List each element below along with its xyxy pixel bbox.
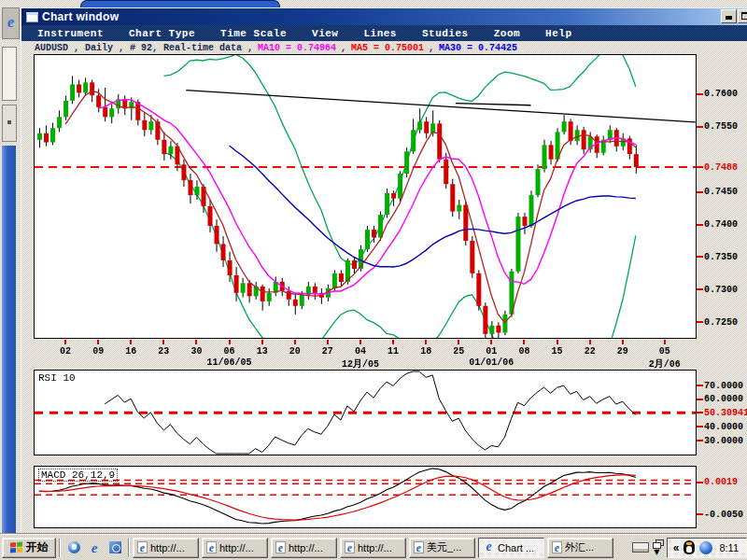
background-ie-logo-icon: e <box>2 7 20 39</box>
taskbar-divider <box>59 539 61 557</box>
system-tray: « 8:11 <box>667 538 747 558</box>
qq-penguin-tray-icon[interactable] <box>684 540 695 554</box>
ie-page-icon: e <box>206 541 217 553</box>
task-button-label: Chart ... <box>498 542 534 553</box>
x-axis-label: 29 <box>610 346 636 357</box>
title-bar: Chart window <box>21 8 747 25</box>
x-axis-tick-mark <box>589 340 591 344</box>
y-axis-label: 0.7550 <box>697 121 738 133</box>
x-axis-label: 04 <box>347 346 374 357</box>
x-axis-label: 09 <box>85 346 111 357</box>
task-button-2[interactable]: ehttp://... <box>271 538 337 558</box>
x-axis-tick-mark <box>523 340 525 344</box>
axis-tick-mark <box>697 93 703 95</box>
menu-item-help[interactable]: Help <box>545 28 571 39</box>
taskbar-divider <box>128 539 130 557</box>
ie-page-icon: e <box>275 541 286 553</box>
rsi-title: RSI 10 <box>38 372 76 384</box>
task-button-6[interactable]: e外汇... <box>547 538 613 558</box>
x-axis-tick-mark <box>97 340 99 344</box>
menu-item-instrument[interactable]: Instrument <box>37 28 104 39</box>
x-axis-label: 23 <box>150 346 176 357</box>
task-button-1[interactable]: ehttp://... <box>202 538 268 558</box>
x-axis-date-label: 01/01/06 <box>463 357 519 368</box>
status-line: AUDUSD , Daily , # 92, Real-time data ,M… <box>21 41 747 54</box>
taskbar: 开始 e ehttp://...ehttp://...ehttp://...eh… <box>0 534 747 560</box>
y-axis-label: 0.7300 <box>697 284 738 295</box>
rsi-canvas[interactable] <box>35 371 696 455</box>
quicklaunch-internet-explorer-icon[interactable]: e <box>87 540 102 555</box>
chevron-down-icon: ▼ <box>654 549 659 555</box>
background-toolbar-fragment <box>2 47 17 101</box>
axis-tick-mark <box>697 288 703 290</box>
task-button-label: http://... <box>150 542 185 553</box>
messenger-tray-icon[interactable] <box>699 541 712 554</box>
axis-tick-mark <box>697 440 703 441</box>
x-axis-tick-mark <box>392 340 394 344</box>
task-button-label: http://... <box>289 542 323 553</box>
window-title: Chart window <box>42 10 119 23</box>
x-axis-tick-mark <box>425 340 427 344</box>
menu-item-zoom[interactable]: Zoom <box>494 28 520 39</box>
status-segment: AUDUSD , Daily , # 92, Real-time data , <box>35 43 253 53</box>
start-label: 开始 <box>26 539 49 555</box>
axis-tick-mark <box>697 321 703 323</box>
axis-tick-mark <box>697 191 703 193</box>
x-axis-tick-mark <box>294 340 296 344</box>
y-axis-label: 0.7600 <box>697 89 738 100</box>
ie-page-icon: e <box>137 541 148 553</box>
background-window-tab <box>80 0 280 7</box>
x-axis-date-label: 11/06/05 <box>202 357 258 368</box>
ie-page-icon: e <box>483 541 495 553</box>
axis-tick-mark <box>697 412 703 413</box>
menu-item-time-scale[interactable]: Time Scale <box>220 28 287 39</box>
price-chart-canvas[interactable] <box>35 55 696 338</box>
maximize-icon <box>741 12 747 20</box>
x-axis-date-label: 2月/06 <box>637 357 693 371</box>
x-axis-label: 05 <box>652 346 678 357</box>
task-button-0[interactable]: ehttp://... <box>133 538 199 558</box>
axis-tick-mark <box>697 126 703 128</box>
menu-item-studies[interactable]: Studies <box>422 28 469 39</box>
task-button-label: 美元_... <box>427 540 461 554</box>
menu-bar: InstrumentChart TypeTime ScaleViewLinesS… <box>21 25 747 41</box>
y-axis-label: 50.30941 <box>697 407 747 418</box>
x-axis-label: 15 <box>544 346 571 357</box>
axis-tick-mark <box>697 513 703 515</box>
task-button-3[interactable]: ehttp://... <box>340 538 406 558</box>
rsi-panel: RSI 10 <box>34 370 697 455</box>
status-segment: MA10 = 0.74964 <box>258 43 336 53</box>
macd-canvas[interactable] <box>35 467 696 527</box>
y-axis-label: 30.0000 <box>697 435 743 446</box>
tray-chevron[interactable]: « <box>673 541 680 554</box>
y-axis-label: 0.7400 <box>697 219 738 231</box>
desktop-toolbar-toggle[interactable]: ▼ <box>653 539 661 555</box>
status-segment: , <box>429 43 434 53</box>
menu-item-lines[interactable]: Lines <box>363 28 397 39</box>
x-axis-label: 02 <box>52 346 78 357</box>
status-segment: MA30 = 0.74425 <box>439 43 517 53</box>
task-button-5[interactable]: eChart ... <box>478 538 544 558</box>
y-axis-label: 0.7350 <box>697 251 738 262</box>
taskbar-clock[interactable]: 8:11 <box>719 542 739 553</box>
menu-item-view[interactable]: View <box>312 28 338 39</box>
x-axis-tick-mark <box>229 340 231 344</box>
x-axis-label: 11 <box>380 346 406 357</box>
menu-item-chart-type[interactable]: Chart Type <box>129 28 195 39</box>
task-button-label: 外汇... <box>565 540 594 554</box>
quicklaunch-outlook-icon[interactable] <box>107 540 122 555</box>
axis-tick-mark <box>697 399 703 400</box>
x-axis-tick-mark <box>458 340 459 344</box>
maximize-button[interactable] <box>738 9 747 23</box>
x-axis-label: 22 <box>577 346 603 357</box>
x-axis-label: 27 <box>315 346 341 357</box>
task-button-4[interactable]: e美元_... <box>409 538 475 558</box>
background-scrollbar-fragment[interactable] <box>2 105 17 142</box>
task-button-label: http://... <box>358 542 392 553</box>
y-axis-label: -0.0050 <box>697 509 743 520</box>
minimize-button[interactable] <box>721 9 737 23</box>
x-axis-label: 13 <box>249 346 275 357</box>
quicklaunch-messenger-icon[interactable] <box>66 540 81 555</box>
start-button[interactable]: 开始 <box>2 538 56 558</box>
keyboard-layout-icon[interactable] <box>632 542 649 553</box>
